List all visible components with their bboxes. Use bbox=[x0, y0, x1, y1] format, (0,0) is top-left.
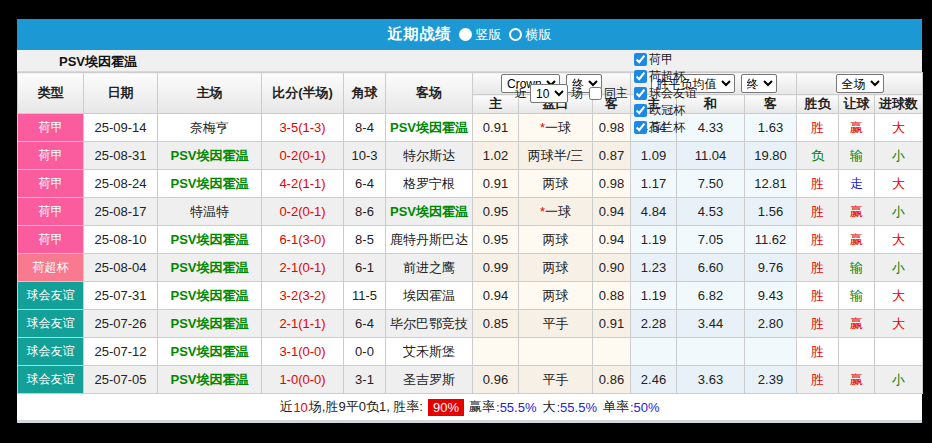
cell-score: 6-1(3-0) bbox=[262, 226, 344, 254]
cell-avg-away: 1.63 bbox=[745, 114, 797, 142]
cell-handicap-result: 输 bbox=[839, 142, 875, 170]
layout-radio-horizontal[interactable]: 横版 bbox=[509, 26, 552, 44]
cell-result: 胜 bbox=[797, 366, 839, 394]
radio-horizontal-label[interactable]: 横版 bbox=[526, 26, 552, 44]
results-tbody: 荷甲 25-09-14 奈梅亨 3-5(1-3) 8-4 PSV埃因霍温 0.9… bbox=[18, 114, 923, 394]
cell-home-team[interactable]: PSV埃因霍温 bbox=[158, 366, 262, 394]
cell-home-team[interactable]: PSV埃因霍温 bbox=[158, 254, 262, 282]
cell-home-team[interactable]: 特温特 bbox=[158, 198, 262, 226]
cell-home-team[interactable]: PSV埃因霍温 bbox=[158, 226, 262, 254]
cell-home-team[interactable]: 奈梅亨 bbox=[158, 114, 262, 142]
cell-score: 1-0(0-0) bbox=[262, 366, 344, 394]
league-filter-欧冠杯[interactable]: 欧冠杯 bbox=[631, 102, 697, 119]
same-home-filter[interactable]: 同主 bbox=[586, 85, 628, 102]
league-filter-checkbox[interactable] bbox=[634, 87, 647, 100]
cell-goals: 小 bbox=[875, 254, 923, 282]
cell-goals: 大 bbox=[875, 282, 923, 310]
col-header-date: 日期 bbox=[84, 73, 158, 114]
filter-controls: 近 10 场 同主 荷甲荷超杯球会友谊欧冠杯荷兰杯 bbox=[515, 51, 697, 136]
radio-vertical-label[interactable]: 竖版 bbox=[476, 26, 502, 44]
cell-handicap: *一球 bbox=[519, 198, 593, 226]
cell-date: 25-08-04 bbox=[84, 254, 158, 282]
cell-home-team[interactable]: PSV埃因霍温 bbox=[158, 338, 262, 366]
cell-odds-away: 0.88 bbox=[593, 282, 631, 310]
cell-league: 荷甲 bbox=[18, 170, 84, 198]
cell-away-team[interactable]: 毕尔巴鄂竞技 bbox=[386, 310, 473, 338]
league-filter-label: 荷兰杯 bbox=[649, 119, 685, 136]
cell-home-team[interactable]: PSV埃因霍温 bbox=[158, 142, 262, 170]
cell-odds-home: 0.94 bbox=[473, 282, 519, 310]
radio-selected-icon[interactable] bbox=[459, 28, 472, 41]
cell-avg-away: 2.39 bbox=[745, 366, 797, 394]
cell-league: 荷超杯 bbox=[18, 254, 84, 282]
cell-handicap-result: 赢 bbox=[839, 226, 875, 254]
cell-avg-draw: 6.60 bbox=[677, 254, 745, 282]
cell-avg-home: 4.84 bbox=[631, 198, 677, 226]
cell-home-team[interactable]: PSV埃因霍温 bbox=[158, 310, 262, 338]
cell-odds-home: 0.91 bbox=[473, 170, 519, 198]
cell-goals bbox=[875, 338, 923, 366]
cell-avg-away: 1.56 bbox=[745, 198, 797, 226]
cell-away-team[interactable]: 特尔斯达 bbox=[386, 142, 473, 170]
league-filter-checkbox[interactable] bbox=[634, 121, 647, 134]
cell-odds-home: 1.02 bbox=[473, 142, 519, 170]
final-odds-select-2[interactable]: 终 bbox=[741, 74, 777, 93]
cell-corners: 10-3 bbox=[344, 142, 386, 170]
filter-bar: PSV埃因霍温 近 10 场 同主 荷甲荷超杯球会友谊欧冠杯荷兰杯 bbox=[17, 50, 922, 72]
cell-corners: 3-1 bbox=[344, 366, 386, 394]
cell-odds-away bbox=[593, 338, 631, 366]
league-filters: 荷甲荷超杯球会友谊欧冠杯荷兰杯 bbox=[631, 51, 697, 136]
league-filter-checkbox[interactable] bbox=[634, 70, 647, 83]
cell-handicap-result: 赢 bbox=[839, 114, 875, 142]
table-row: 荷甲 25-08-24 PSV埃因霍温 4-2(1-1) 6-4 格罗宁根 0.… bbox=[18, 170, 923, 198]
cell-score: 3-5(1-3) bbox=[262, 114, 344, 142]
cell-handicap: 平手 bbox=[519, 310, 593, 338]
cell-away-team[interactable]: 埃因霍温 bbox=[386, 282, 473, 310]
cell-corners: 0-0 bbox=[344, 338, 386, 366]
cell-result: 胜 bbox=[797, 254, 839, 282]
cell-away-team[interactable]: 格罗宁根 bbox=[386, 170, 473, 198]
league-filter-荷兰杯[interactable]: 荷兰杯 bbox=[631, 119, 697, 136]
subheader-goals: 进球数 bbox=[875, 95, 923, 114]
cell-away-team[interactable]: PSV埃因霍温 bbox=[386, 114, 473, 142]
cell-avg-draw: 3.63 bbox=[677, 366, 745, 394]
table-row: 球会友谊 25-07-05 PSV埃因霍温 1-0(0-0) 3-1 圣吉罗斯 … bbox=[18, 366, 923, 394]
scope-select[interactable]: 全场 bbox=[836, 74, 884, 93]
cell-goals: 小 bbox=[875, 142, 923, 170]
cell-away-team[interactable]: 艾禾斯堡 bbox=[386, 338, 473, 366]
cell-score: 4-2(1-1) bbox=[262, 170, 344, 198]
layout-radio-vertical[interactable]: 竖版 bbox=[459, 26, 502, 44]
league-filter-checkbox[interactable] bbox=[634, 104, 647, 117]
cell-home-team[interactable]: PSV埃因霍温 bbox=[158, 282, 262, 310]
league-filter-荷超杯[interactable]: 荷超杯 bbox=[631, 68, 697, 85]
cell-league: 荷甲 bbox=[18, 142, 84, 170]
cell-score: 0-2(0-1) bbox=[262, 198, 344, 226]
cell-avg-home: 1.23 bbox=[631, 254, 677, 282]
win-label: 赢率 bbox=[469, 398, 495, 416]
recent-count-select[interactable]: 10 bbox=[530, 84, 568, 103]
cell-avg-away bbox=[745, 338, 797, 366]
subheader-avg-away: 客 bbox=[745, 95, 797, 114]
cell-goals: 大 bbox=[875, 170, 923, 198]
cell-avg-away: 9.76 bbox=[745, 254, 797, 282]
cell-away-team[interactable]: 前进之鹰 bbox=[386, 254, 473, 282]
league-filter-荷甲[interactable]: 荷甲 bbox=[631, 51, 697, 68]
cell-away-team[interactable]: 鹿特丹斯巴达 bbox=[386, 226, 473, 254]
cell-odds-away: 0.91 bbox=[593, 310, 631, 338]
cell-goals: 大 bbox=[875, 310, 923, 338]
cell-odds-away: 0.94 bbox=[593, 226, 631, 254]
cell-goals: 大 bbox=[875, 226, 923, 254]
radio-unselected-icon[interactable] bbox=[509, 28, 522, 41]
cell-result: 胜 bbox=[797, 310, 839, 338]
cell-date: 25-08-31 bbox=[84, 142, 158, 170]
cell-avg-draw: 7.05 bbox=[677, 226, 745, 254]
same-home-checkbox[interactable] bbox=[589, 87, 602, 100]
cell-away-team[interactable]: 圣吉罗斯 bbox=[386, 366, 473, 394]
cell-home-team[interactable]: PSV埃因霍温 bbox=[158, 170, 262, 198]
cell-away-team[interactable]: PSV埃因霍温 bbox=[386, 198, 473, 226]
league-filter-球会友谊[interactable]: 球会友谊 bbox=[631, 85, 697, 102]
cell-odds-away: 0.98 bbox=[593, 170, 631, 198]
league-filter-checkbox[interactable] bbox=[634, 53, 647, 66]
team-name: PSV埃因霍温 bbox=[59, 53, 137, 71]
scope-group-header: 全场 bbox=[797, 73, 923, 95]
